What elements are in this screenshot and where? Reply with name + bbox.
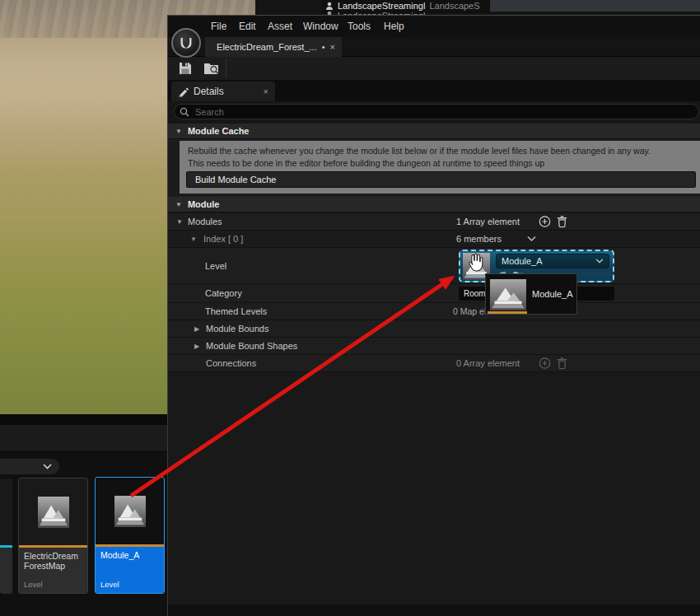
clear-connections-button[interactable] [557,357,567,370]
level-asset-combo[interactable]: Module_A [496,254,609,268]
search-box[interactable] [174,104,699,119]
connections-count: 0 Array element [456,358,520,368]
asset-type-label: Level [100,580,119,589]
description-line-1: Rebuild the cache whenever you change th… [188,145,651,157]
menu-file[interactable]: File [211,21,226,32]
asset-tab[interactable]: ElectricDream_Forest_... • × [205,37,342,57]
asset-name-line1: Module_A [100,550,139,560]
drag-preview-tooltip: Module_A [485,273,577,315]
row-module-bound-shapes: ▶ Module Bound Shapes [168,338,700,355]
outliner-row[interactable]: LandscapeStreamingl LandscapeS [325,1,480,11]
expand-right-icon[interactable]: ▶ [194,325,199,333]
module-cache-infobox: Rebuild the cache whenever you change th… [180,141,700,194]
expand-down-icon[interactable]: ▼ [175,128,182,135]
asset-name-line2: ForestMap [24,561,65,571]
search-input[interactable] [194,106,693,118]
content-browser-header-band [0,425,167,450]
row-connections: Connections 0 Array element [168,355,700,372]
section-header-module-cache[interactable]: ▼ Module Cache [168,124,700,139]
themed-levels-label: Themed Levels [205,306,267,316]
unreal-logo-icon [171,28,201,58]
save-floppy-icon [178,61,193,76]
menu-window[interactable]: Window [303,21,338,32]
drag-preview-asset-name: Module_A [532,289,573,299]
row-module-bounds: ▶ Module Bounds [168,320,700,338]
section-title: Module Cache [188,126,250,136]
trash-icon [557,357,567,370]
chevron-down-icon [595,259,604,264]
details-pencil-icon [178,86,189,97]
module-cache-body: Rebuild the cache whenever you change th… [168,139,700,197]
details-panel-empty [168,372,700,604]
details-tab-close-icon[interactable]: × [264,86,268,96]
screenshot-root: LandscapeStreamingl LandscapeS Landscape… [0,0,700,616]
expand-down-icon[interactable]: ▼ [176,218,183,226]
section-title: Module [188,199,220,209]
row-modules: ▼ Modules 1 Array element [168,213,700,231]
actor-person-icon [325,2,334,11]
module-bounds-label: Module Bounds [206,324,268,334]
expand-down-icon[interactable]: ▼ [190,236,197,243]
connections-label: Connections [206,358,256,368]
level-mountain-icon [490,279,526,310]
chevron-down-icon [43,464,52,469]
menu-asset[interactable]: Asset [268,21,292,32]
asset-toolbar [168,57,700,80]
asset-tile-clipped[interactable] [0,478,12,594]
browse-to-asset-button[interactable] [203,61,221,79]
index-label: Index [ 0 ] [203,234,243,244]
category-label: Category [205,288,242,298]
index-expand-combo[interactable] [527,236,536,242]
add-array-element-button[interactable] [539,216,551,228]
index-member-count: 6 members [456,234,502,244]
add-connection-button[interactable] [539,357,551,370]
asset-type-label: Level [24,580,43,589]
level-label: Level [205,261,226,271]
chevron-down-icon [527,236,536,242]
world-outliner-fragment: LandscapeStreamingl LandscapeS Landscape… [321,0,490,13]
search-icon [180,107,189,117]
asset-thumbnail [96,478,164,544]
save-button[interactable] [178,61,193,79]
clear-array-button[interactable] [557,216,567,228]
modules-count: 1 Array element [456,217,520,226]
asset-tile-electricdream-forestmap[interactable]: ElectricDream ForestMap Level [18,478,88,594]
outliner-item-type: LandscapeS [429,1,479,11]
level-mountain-icon [38,497,69,528]
description-line-2: This needs to be done in the editor befo… [188,157,651,170]
menu-edit[interactable]: Edit [239,21,256,32]
section-header-module[interactable]: ▼ Module [168,197,700,212]
build-module-cache-button[interactable]: Build Module Cache [186,171,696,188]
row-themed-levels: Themed Levels 0 Map el [168,303,700,320]
plus-circle-icon [539,216,551,228]
drag-preview-thumbnail [490,279,526,314]
search-row [168,101,700,124]
menu-bar: File Edit Asset Window Tools Help [168,16,700,37]
row-category: Category Room [168,284,700,303]
editor-bottom-strip [168,604,700,616]
details-tab[interactable]: Details × [171,82,275,101]
menu-help[interactable]: Help [384,21,404,32]
background-panel [490,0,700,12]
orange-accent-bar [488,311,527,314]
trash-icon [557,216,567,228]
asset-tile-module-a[interactable]: Module_A Level [95,477,165,594]
expand-right-icon[interactable]: ▶ [194,343,199,350]
folder-search-icon [203,61,221,76]
asset-tab-strip: ElectricDream_Forest_... • × [168,37,700,57]
expand-down-icon[interactable]: ▼ [175,201,182,208]
modules-label: Modules [188,217,222,226]
tab-close-icon[interactable]: × [330,42,335,52]
row-index-0: ▼ Index [ 0 ] 6 members [168,231,700,248]
details-tab-label: Details [194,86,224,97]
editor-window: File Edit Asset Window Tools Help Electr… [167,15,700,616]
asset-thumbnail [19,478,87,545]
themed-levels-value: 0 Map el [453,306,486,316]
toolbar-divider [226,58,226,78]
module-cache-description: Rebuild the cache whenever you change th… [188,145,651,169]
menu-tools[interactable]: Tools [348,21,371,32]
filter-dropdown[interactable] [0,459,59,474]
details-tab-strip: Details × [168,80,700,101]
outliner-item-name: LandscapeStreamingl [338,1,425,11]
background-window-strip: LandscapeStreamingl LandscapeS Landscape… [255,0,700,15]
